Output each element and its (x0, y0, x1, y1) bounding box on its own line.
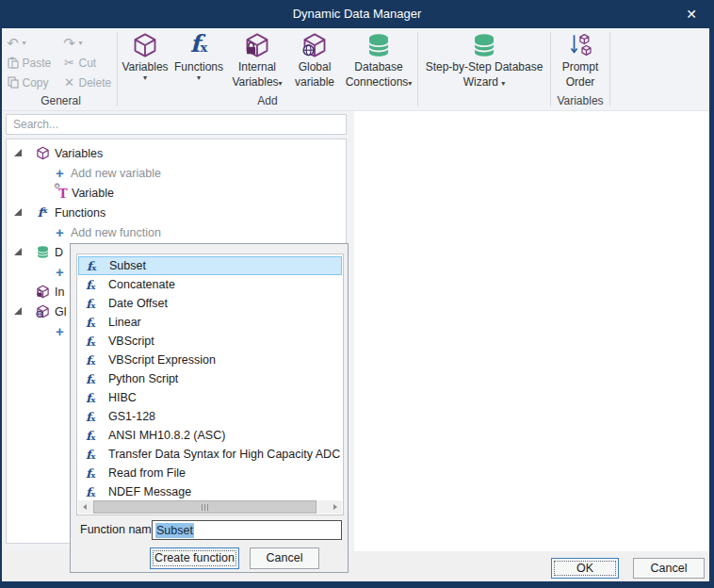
redo-button[interactable]: ↷ ▾ (63, 35, 116, 52)
step-by-step-database-wizard-button[interactable]: Step-by-Step Database Wizard ▾ (420, 28, 548, 90)
function-name-row: Function name: Subset (71, 520, 348, 539)
search-input[interactable] (7, 115, 346, 134)
internal-variables-button[interactable]: Internal Variables▾ (226, 28, 288, 90)
title-bar: Dynamic Data Manager ✕ (0, 0, 714, 28)
ribbon-separator (550, 32, 551, 106)
list-item[interactable]: fx Date Offset (78, 294, 342, 313)
database-connections-button[interactable]: Database Connections▾ (341, 28, 416, 90)
tree-item-variable[interactable]: ⚙T Variable (7, 183, 346, 203)
undo-icon: ↶ (7, 35, 20, 52)
ribbon-group-general: ↶ ▾ ↷ ▾ Paste (6, 28, 116, 110)
expander-icon[interactable] (14, 149, 23, 157)
function-fx-icon: fx (86, 278, 101, 292)
database-icon (365, 32, 392, 58)
function-fx-icon: fx (86, 335, 101, 349)
copy-label: Copy (23, 76, 49, 90)
cut-button[interactable]: ✂ Cut (63, 56, 116, 70)
redo-dropdown-icon[interactable]: ▾ (79, 39, 83, 47)
ribbon-group-add: Variables ▾ fx Functions ▾ (119, 28, 416, 110)
list-item[interactable]: fx Python Script (78, 369, 342, 388)
list-item[interactable]: fx VBScript (78, 332, 342, 351)
global-variable-button[interactable]: Global variable (288, 28, 341, 89)
scrollbar-grip (202, 504, 210, 511)
text-variable-icon: ⚙T (56, 186, 70, 201)
copy-icon (7, 76, 20, 89)
delete-button[interactable]: ✕ Delete (63, 75, 116, 90)
ok-button[interactable]: OK (551, 558, 619, 579)
list-item[interactable]: fx ANSI MH10.8.2 (ASC) (78, 426, 342, 445)
tree-item-variables[interactable]: Variables (7, 143, 346, 163)
tree-item-add-new-variable[interactable]: + Add new variable (7, 163, 346, 183)
expander-spacer (14, 287, 23, 296)
database-icon (35, 245, 50, 259)
locked-cube-icon (244, 32, 270, 58)
undo-dropdown-icon[interactable]: ▾ (23, 39, 26, 47)
close-icon[interactable]: ✕ (682, 6, 701, 23)
window-title: Dynamic Data Manager (0, 7, 714, 21)
function-fx-icon: fx (86, 372, 101, 386)
functions-button[interactable]: fx Functions ▾ (171, 28, 226, 82)
delete-label: Delete (79, 76, 112, 90)
list-item[interactable]: fx GS1-128 (78, 407, 342, 426)
delete-icon: ✕ (63, 75, 76, 90)
database-icon (471, 32, 497, 58)
ribbon-group-variables: Prompt Order Variables (552, 28, 609, 110)
create-function-button[interactable]: Create function (150, 547, 239, 569)
scrollbar-thumb[interactable] (93, 500, 316, 514)
list-item-selected[interactable]: fx Subset (78, 256, 342, 275)
group-label-add: Add (119, 93, 416, 110)
scroll-right-icon[interactable] (327, 500, 342, 514)
group-label-variables: Variables (552, 93, 609, 110)
ribbon-separator (417, 32, 418, 106)
undo-button[interactable]: ↶ ▾ (7, 35, 63, 52)
plus-icon: + (56, 266, 67, 279)
variables-button[interactable]: Variables ▾ (119, 28, 171, 82)
list-item[interactable]: fx VBScript Expression (78, 351, 342, 369)
list-item[interactable]: fx Transfer Data Syntax for High Capacit… (78, 445, 342, 464)
list-item[interactable]: fx Read from File (78, 464, 342, 482)
list-item[interactable]: fx Concatenate (78, 275, 342, 294)
redo-icon: ↷ (63, 35, 76, 52)
function-fx-icon: fx (86, 429, 101, 443)
ribbon-group-wizard: Step-by-Step Database Wizard ▾ (419, 28, 549, 110)
ribbon: ↶ ▾ ↷ ▾ Paste (2, 28, 709, 111)
globe-cube-icon (35, 304, 50, 318)
function-fx-icon: fx (86, 353, 101, 368)
list-item[interactable]: fx HIBC (78, 388, 342, 407)
tree-item-functions[interactable]: fx Functions (7, 203, 346, 222)
dropdown-caret-icon: ▾ (279, 79, 283, 88)
locked-cube-icon (35, 285, 50, 299)
list-item[interactable]: fx NDEF Message (78, 482, 342, 501)
function-fx-icon: fx (86, 316, 101, 330)
horizontal-scrollbar[interactable] (78, 500, 342, 514)
paste-button[interactable]: Paste (7, 57, 63, 70)
plus-icon: + (56, 226, 67, 239)
expander-icon[interactable] (14, 248, 23, 256)
dialog-cancel-button[interactable]: Cancel (250, 547, 319, 569)
paste-label: Paste (23, 57, 52, 70)
list-item[interactable]: fx Linear (78, 313, 342, 332)
function-name-label: Function name: (80, 523, 161, 536)
ribbon-separator (609, 32, 610, 106)
cancel-button[interactable]: Cancel (633, 558, 705, 579)
dropdown-caret-icon: ▾ (501, 79, 505, 88)
cut-label: Cut (79, 57, 97, 70)
tree-item-add-new-function[interactable]: + Add new function (7, 222, 346, 242)
prompt-order-button[interactable]: Prompt Order (553, 28, 608, 89)
paste-icon (7, 57, 20, 69)
dropdown-caret-icon: ▾ (143, 74, 147, 82)
function-type-list: fx Subset fx Concatenate fx Date Offset … (76, 253, 344, 515)
function-fx-icon: fx (86, 448, 101, 462)
selected-text: Subset (155, 523, 194, 538)
copy-button[interactable]: Copy (7, 76, 63, 90)
plus-icon: + (56, 167, 67, 180)
window-body: ↶ ▾ ↷ ▾ Paste (2, 28, 709, 581)
ribbon-separator (117, 32, 118, 106)
expander-icon[interactable] (14, 307, 23, 316)
expander-icon[interactable] (14, 208, 23, 217)
prompt-order-icon (567, 32, 593, 58)
globe-cube-icon (301, 32, 328, 58)
function-name-input[interactable]: Subset (152, 520, 342, 540)
search-box (6, 114, 347, 135)
scroll-left-icon[interactable] (78, 500, 93, 514)
